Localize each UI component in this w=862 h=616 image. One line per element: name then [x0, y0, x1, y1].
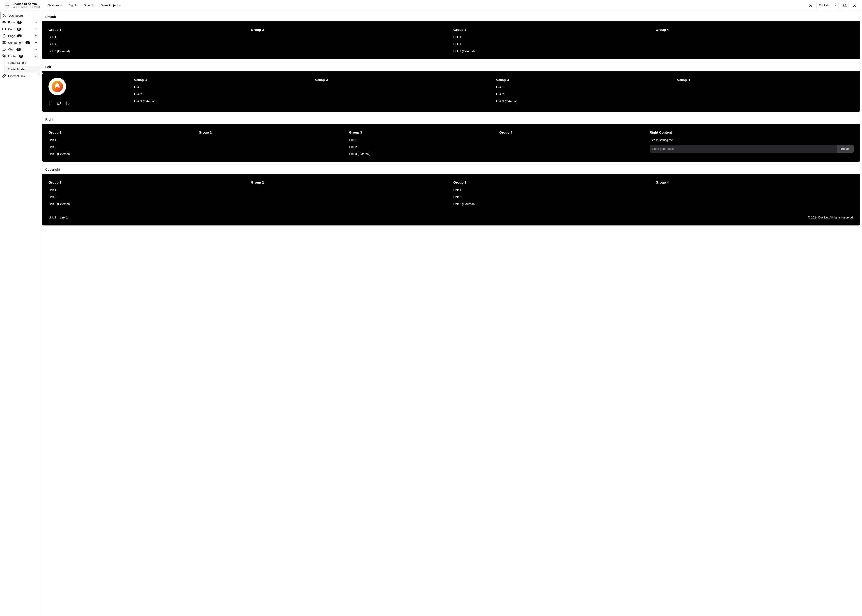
group-title: Group 3 [349, 130, 495, 134]
svg-rect-5 [3, 28, 5, 30]
group-title: Group 1 [49, 181, 246, 184]
group-title: Group 4 [656, 181, 854, 184]
footer-group: Group 4 [656, 181, 854, 206]
sidebar-item-footer[interactable]: Footer 2 [0, 53, 40, 60]
section-title: Copyright [42, 165, 860, 174]
page-icon [2, 34, 6, 38]
group-title: Group 2 [199, 130, 345, 134]
count-badge: 2 [19, 55, 24, 58]
footer-link[interactable]: Link 1 [496, 86, 673, 89]
footer-link[interactable]: Link 2 [49, 195, 246, 199]
footer-link[interactable]: Link 2 [453, 42, 651, 46]
footer-group: Group 1 Link 1 Link 2 Link 3 (External) [49, 181, 246, 206]
footer-link[interactable]: Link 2 [49, 42, 246, 46]
footer-group: Group 2 [199, 130, 345, 156]
sidebar-item-label: Footer [8, 55, 17, 58]
footer-group: Group 4 [499, 130, 645, 156]
github-icon[interactable] [49, 102, 52, 105]
email-input[interactable] [650, 145, 837, 153]
section-right: Right Group 1 Link 1 Link 2 Link 3 (Exte… [42, 115, 860, 162]
brand[interactable]: SUA Shadcn UI Admin Vite + Shadcn UI + V… [4, 2, 40, 9]
theme-toggle[interactable] [807, 2, 814, 9]
footprints-icon [2, 54, 6, 58]
brand-logo: SUA [4, 2, 10, 9]
section-title: Right [42, 115, 860, 124]
footer-link[interactable]: Link 3 (External) [49, 50, 246, 53]
group-title: Group 1 [49, 130, 194, 134]
footer-link[interactable]: Link 2 [453, 195, 651, 199]
count-badge: 3 [17, 28, 21, 31]
header: SUA Shadcn UI Admin Vite + Shadcn UI + V… [0, 0, 862, 11]
sidebar-subitems-footer: Footer Simple Footer Modern [5, 60, 40, 72]
footer-groups: Group 1 Link 1 Link 2 Link 3 (External) … [134, 78, 854, 105]
footer-group: Group 1 Link 1 Link 2 Link 3 (External) [49, 130, 194, 156]
sidebar-item-external[interactable]: External Link [0, 72, 40, 79]
sidebar-collapse-button[interactable] [37, 71, 43, 76]
email-subscribe: Button [650, 145, 854, 153]
footer-link[interactable]: Link 1 [49, 36, 246, 39]
chat-icon [2, 47, 6, 51]
footer-link[interactable]: Link 3 (External) [49, 202, 246, 206]
footer-link[interactable]: Link 2 [49, 145, 194, 149]
section-copyright: Copyright Group 1 Link 1 Link 2 Link 3 (… [42, 165, 860, 226]
sidebar: Dashboard Form 6 Card 3 Page 2 Component… [0, 11, 40, 616]
sidebar-item-component[interactable]: Component 2 [0, 39, 40, 46]
chevrons-left-icon [38, 72, 41, 75]
copyright-text: © 2024 Devlive. All rights reserved. [808, 216, 854, 219]
footer-copyright: Group 1 Link 1 Link 2 Link 3 (External) … [42, 174, 860, 225]
footer-link[interactable]: Link 2 [60, 216, 68, 219]
footer-link[interactable]: Link 1 [49, 216, 56, 219]
footer-groups: Group 1 Link 1 Link 2 Link 3 (External) … [49, 130, 854, 156]
group-title: Group 4 [499, 130, 645, 134]
footer-link[interactable]: Link 1 [134, 86, 310, 89]
user-menu[interactable] [851, 2, 858, 9]
github-icon[interactable] [66, 102, 70, 105]
sidebar-item-dashboard[interactable]: Dashboard [0, 12, 40, 19]
group-title: Group 3 [496, 78, 673, 82]
group-title: Group 2 [315, 78, 492, 82]
group-title: Group 1 [49, 28, 246, 31]
sidebar-item-chat[interactable]: Chat 2 [0, 46, 40, 53]
footer-link[interactable]: Link 1 [49, 188, 246, 192]
brand-subtitle: Vite + Shadcn UI + Vue3 [13, 6, 40, 8]
form-icon [2, 20, 6, 24]
footer-link[interactable]: Link 3 (External) [349, 152, 495, 156]
notifications-button[interactable] [841, 2, 848, 9]
footer-link[interactable]: Link 3 (External) [453, 50, 651, 53]
footer-link[interactable]: Link 1 [453, 188, 651, 192]
footer-link[interactable]: Link 2 [134, 93, 310, 96]
header-right: English [807, 2, 858, 9]
subscribe-button[interactable]: Button [837, 145, 854, 153]
sidebar-item-page[interactable]: Page 2 [0, 33, 40, 39]
github-icon[interactable] [57, 102, 61, 105]
group-title: Group 4 [677, 78, 854, 82]
svg-point-3 [4, 22, 4, 22]
footer-group: Group 3 Link 1 Link 2 Link 3 (External) [349, 130, 495, 156]
sidebar-item-label: Component [8, 41, 23, 44]
sidebar-item-label: Chat [8, 48, 14, 51]
nav-open-project[interactable]: Open Project [101, 4, 121, 7]
sidebar-item-form[interactable]: Form 6 [0, 19, 40, 26]
footer-link[interactable]: Link 1 [453, 36, 651, 39]
footer-link[interactable]: Link 2 [349, 145, 495, 149]
section-title: Default [42, 13, 860, 21]
footer-link[interactable]: Link 2 [496, 93, 673, 96]
footer-link[interactable]: Link 3 (External) [49, 152, 194, 156]
sidebar-subitem-footer-simple[interactable]: Footer Simple [5, 60, 40, 66]
nav-dashboard[interactable]: Dashboard [48, 4, 62, 7]
footer-left: Group 1 Link 1 Link 2 Link 3 (External) … [42, 71, 860, 112]
sidebar-subitem-footer-modern[interactable]: Footer Modern [5, 66, 40, 72]
right-content-title: Right Content [650, 130, 854, 134]
footer-link[interactable]: Link 3 (External) [134, 99, 310, 103]
group-title: Group 2 [251, 28, 449, 31]
sidebar-item-card[interactable]: Card 3 [0, 26, 40, 33]
language-select[interactable]: English [816, 2, 838, 9]
footer-link[interactable]: Link 3 (External) [496, 99, 673, 103]
footer-link[interactable]: Link 1 [49, 138, 194, 141]
command-icon [2, 41, 6, 44]
footer-link[interactable]: Link 1 [349, 138, 495, 141]
footer-default: Group 1 Link 1 Link 2 Link 3 (External) … [42, 21, 860, 59]
nav-signup[interactable]: Sign Up [84, 4, 94, 7]
footer-link[interactable]: Link 3 (External) [453, 202, 651, 206]
nav-signin[interactable]: Sign In [69, 4, 77, 7]
